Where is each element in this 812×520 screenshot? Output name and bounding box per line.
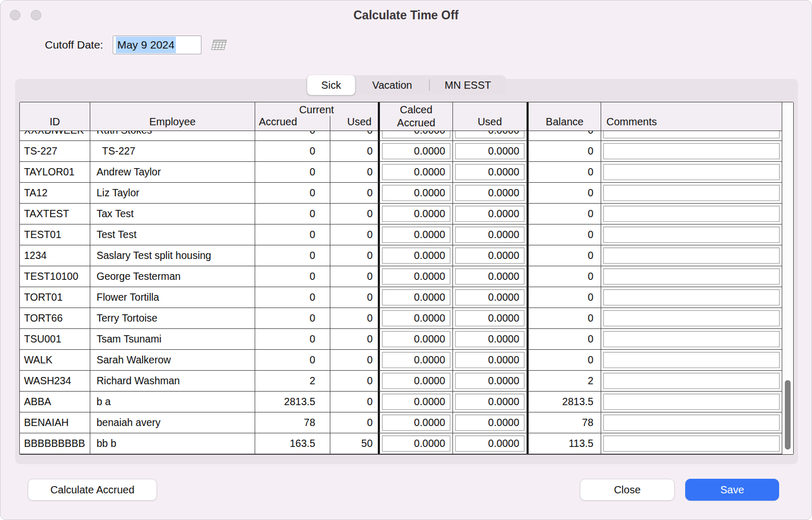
cell-calced-used[interactable]: 0.0000 [455,394,524,410]
cell-comments[interactable] [603,268,780,285]
cell-calced-used[interactable]: 0.0000 [455,164,524,180]
cell-calced-used[interactable]: 0.0000 [455,247,524,264]
cell-calced-used[interactable]: 0.0000 [455,435,524,452]
cell-calced-accrued[interactable]: 0.0000 [382,164,450,180]
cell-current-accrued: 163.5 [255,433,330,454]
cell-comments-wrap [601,162,782,182]
cell-calced-accrued[interactable]: 0.0000 [382,206,450,222]
cell-current-accrued: 0 [255,224,330,245]
cell-calced-accrued[interactable]: 0.0000 [382,310,450,326]
cell-calced-accrued[interactable]: 0.0000 [382,331,450,347]
cell-calced-used-wrap: 0.0000 [452,392,527,412]
cell-calced-accrued[interactable]: 0.0000 [382,247,450,264]
table-row[interactable]: TEST10100 George Testerman 0 0 0.0000 0.… [20,266,782,287]
cell-calced-accrued[interactable]: 0.0000 [382,415,450,431]
cell-calced-accrued[interactable]: 0.0000 [382,373,450,389]
cell-calced-accrued[interactable]: 0.0000 [382,268,450,285]
table-row[interactable]: BENAIAH benaiah avery 78 0 0.0000 0.0000… [20,412,782,433]
cell-comments[interactable] [603,206,780,222]
cell-current-used: 0 [330,141,378,161]
cell-calced-used[interactable]: 0.0000 [455,227,524,243]
cell-comments[interactable] [603,435,780,452]
cell-calced-accrued-wrap: 0.0000 [380,287,452,308]
calendar-icon[interactable] [209,37,228,53]
cell-calced-accrued[interactable]: 0.0000 [382,435,450,452]
table-row[interactable]: 1234 Saslary Test split housing 0 0 0.00… [20,245,782,266]
cutoff-date-input[interactable]: May 9 2024 [113,36,201,54]
cell-id: WASH234 [20,371,90,391]
cell-employee: George Testerman [90,266,255,287]
cell-balance: 0 [529,141,601,161]
cell-calced-used[interactable]: 0.0000 [455,373,524,389]
cell-comments[interactable] [603,131,780,138]
cell-calced-used[interactable]: 0.0000 [455,268,524,285]
cell-current-used: 50 [330,433,378,454]
cell-comments[interactable] [603,415,780,431]
table-row[interactable]: TAYLOR01 Andrew Taylor 0 0 0.0000 0.0000… [20,162,782,183]
table-row[interactable]: TEST01 Test Test 0 0 0.0000 0.0000 0 [20,224,782,245]
cell-calced-accrued-wrap: 0.0000 [380,204,452,224]
cell-calced-accrued[interactable]: 0.0000 [382,131,450,138]
minimize-window-button[interactable] [31,10,41,20]
close-button[interactable]: Close [580,479,675,501]
cell-comments[interactable] [603,373,780,389]
cell-current-accrued: 0 [255,287,330,308]
cell-id: TA12 [20,183,90,203]
cell-calced-used[interactable]: 0.0000 [455,206,524,222]
cell-calced-accrued[interactable]: 0.0000 [382,394,450,410]
cell-current-used: 0 [330,266,378,287]
table-row[interactable]: TS-227 TS-227 0 0 0.0000 0.0000 0 [20,141,782,162]
table-row[interactable]: TA12 Liz Taylor 0 0 0.0000 0.0000 0 [20,183,782,204]
cell-comments[interactable] [603,185,780,201]
cell-calced-accrued[interactable]: 0.0000 [382,289,450,305]
cell-calced-used[interactable]: 0.0000 [455,185,524,201]
table-row[interactable]: BBBBBBBBB bb b 163.5 50 0.0000 0.0000 11… [20,433,782,454]
cell-comments[interactable] [603,164,780,180]
cell-id: TEST01 [20,224,90,245]
tab-vacation[interactable]: Vacation [355,75,429,95]
cell-calced-used[interactable]: 0.0000 [455,415,524,431]
cell-calced-accrued[interactable]: 0.0000 [382,143,450,159]
table-row[interactable]: TSU001 Tsam Tsunami 0 0 0.0000 0.0000 0 [20,329,782,350]
cell-calced-accrued[interactable]: 0.0000 [382,352,450,368]
cell-calced-accrued[interactable]: 0.0000 [382,185,450,201]
table-row[interactable]: WASH234 Richard Washman 2 0 0.0000 0.000… [20,371,782,392]
cell-current-accrued: 0 [255,245,330,266]
table-row[interactable]: TORT66 Terry Tortoise 0 0 0.0000 0.0000 … [20,308,782,329]
scrollbar-thumb[interactable] [785,380,791,450]
cell-calced-accrued-wrap: 0.0000 [380,308,452,328]
vertical-scrollbar[interactable] [782,102,793,454]
save-button[interactable]: Save [685,479,779,501]
cell-calced-used[interactable]: 0.0000 [455,310,524,326]
cell-comments[interactable] [603,310,780,326]
cell-calced-used[interactable]: 0.0000 [455,331,524,347]
cell-comments[interactable] [603,331,780,347]
cell-comments[interactable] [603,352,780,368]
header-calced-used: Used [452,102,527,132]
table-row[interactable]: TORT01 Flower Tortilla 0 0 0.0000 0.0000… [20,287,782,308]
cell-calced-used-wrap: 0.0000 [452,350,527,370]
cell-comments[interactable] [603,143,780,159]
calculate-accrued-button[interactable]: Calculate Accrued [28,479,157,501]
tab-sick[interactable]: Sick [307,75,355,95]
cell-calced-used[interactable]: 0.0000 [455,289,524,305]
table-row[interactable]: TAXTEST Tax Test 0 0 0.0000 0.0000 0 [20,204,782,224]
table-row[interactable]: ABBA b a 2813.5 0 0.0000 0.0000 2813.5 [20,392,782,412]
cell-calced-accrued[interactable]: 0.0000 [382,227,450,243]
cell-comments[interactable] [603,289,780,305]
cell-comments[interactable] [603,227,780,243]
cell-calced-used[interactable]: 0.0000 [455,131,524,138]
cell-calced-used-wrap: 0.0000 [452,131,527,140]
cell-comments[interactable] [603,394,780,410]
close-window-button[interactable] [10,10,20,20]
cell-calced-used[interactable]: 0.0000 [455,143,524,159]
footer-bar: Calculate Accrued Close Save [28,479,779,501]
cell-current-used: 0 [330,183,378,203]
cell-calced-used[interactable]: 0.0000 [455,352,524,368]
tab-mn-esst[interactable]: MN ESST [430,75,506,95]
table-row[interactable]: XXXBIWEEK Ruth Stokes 0 0 0.0000 0.0000 … [20,131,782,141]
cell-comments[interactable] [603,247,780,264]
cell-id: WALK [20,350,90,370]
cell-calced-used-wrap: 0.0000 [452,371,527,391]
table-row[interactable]: WALK Sarah Walkerow 0 0 0.0000 0.0000 0 [20,350,782,371]
